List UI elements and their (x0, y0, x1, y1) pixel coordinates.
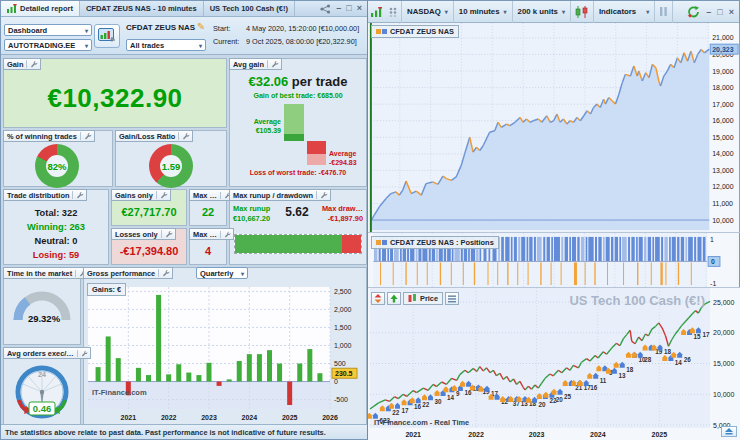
edit-strategy-icon[interactable]: ✎ (197, 21, 205, 32)
max-losses-header[interactable]: Max … (189, 228, 234, 240)
losses-only-panel: Losses only -€17,394.80 (111, 228, 187, 265)
gross-performance-chart[interactable]: 2021202220232024202520262,5002,0001,5001… (84, 282, 366, 424)
gain-panel-header[interactable]: Gain (3, 58, 41, 70)
trades-filter-select[interactable]: All trades▾ (126, 39, 206, 51)
symbol-select[interactable]: NASDAQ▾ (402, 1, 454, 23)
period-select-value: Quarterly (200, 269, 233, 278)
max-losses-value: 4 (190, 245, 226, 257)
svg-text:20,323: 20,323 (712, 46, 733, 54)
report-toolbar: Dashboard▾ AUTOTRADING.EE▾ CFDAT ZEUS NA… (1, 17, 367, 55)
svg-text:2,500: 2,500 (334, 288, 352, 295)
close-button[interactable]: × (729, 7, 734, 17)
minimize-button[interactable]: – (336, 4, 341, 13)
gains-only-panel: Gains only €27,717.70 (111, 189, 187, 226)
grid-icon (389, 7, 397, 17)
max-wins-value: 22 (190, 206, 226, 218)
account-select[interactable]: AUTOTRADING.EE▾ (4, 39, 92, 51)
wrench-icon[interactable] (156, 191, 168, 199)
expand-panel-button[interactable] (721, 426, 737, 437)
indicators-dropdown[interactable]: ▾ (641, 1, 655, 23)
indicators-button[interactable]: Indicators (594, 1, 641, 23)
svg-text:28: 28 (644, 356, 652, 363)
svg-text:2025: 2025 (282, 414, 298, 421)
close-button[interactable]: × (357, 4, 362, 13)
current-label: Current: (213, 35, 246, 48)
tab-strategy[interactable]: CFDAT ZEUS NAS - 10 minutes (80, 1, 204, 16)
layout-grid-button[interactable] (385, 1, 402, 23)
dist-row-total: Total: 322 (4, 206, 108, 220)
svg-text:2,000: 2,000 (334, 306, 352, 313)
tab-detailed-report[interactable]: Detailed report (1, 1, 80, 16)
losses-only-header[interactable]: Losses only (111, 228, 176, 240)
order-list-button[interactable] (445, 292, 459, 305)
maximize-button[interactable]: □ (346, 4, 351, 13)
share-icon[interactable] (320, 4, 331, 14)
avg-orders-dial: 24 0.46 (4, 362, 80, 424)
avg-orders-header[interactable]: Avg orders exec/… (3, 347, 91, 359)
svg-text:13: 13 (618, 372, 626, 379)
price-legend[interactable]: Price (403, 292, 443, 305)
avg-gain-value: €32.06 (248, 74, 288, 89)
svg-text:12,000: 12,000 (712, 183, 733, 190)
positions-legend[interactable]: CFDAT ZEUS NAS : Positions (371, 236, 499, 249)
gain-panel: Gain €10,322.90 (3, 58, 227, 128)
chart-type-button[interactable] (368, 1, 385, 23)
svg-text:-500: -500 (334, 396, 348, 403)
svg-text:20: 20 (556, 396, 564, 403)
orange-series-swatch (376, 240, 381, 245)
buy-order-button[interactable] (387, 292, 401, 305)
time-in-market-header[interactable]: Time in the market (3, 267, 89, 279)
sell-order-button[interactable] (371, 292, 385, 305)
runup-bar-red (342, 235, 361, 253)
equity-curve-chart[interactable]: 21,00020,00019,00018,00017,00016,00015,0… (368, 23, 740, 233)
account-select-value: AUTOTRADING.EE (8, 41, 75, 50)
time-in-market-panel: Time in the market 29.32% (3, 267, 81, 345)
timeframe-select[interactable]: 10 minutes▾ (454, 1, 513, 23)
chevron-down-icon: ▾ (238, 270, 244, 277)
wrench-icon[interactable] (267, 60, 279, 68)
it-finance-watermark: IT-Finance.com (92, 388, 147, 397)
wrench-icon[interactable] (72, 191, 84, 199)
tab-instrument[interactable]: US Tech 100 Cash (€!) (204, 1, 295, 16)
wrench-icon[interactable] (178, 132, 190, 140)
blue-series-swatch (382, 29, 387, 34)
price-chart-buttons: Price (371, 292, 459, 305)
wrench-icon[interactable] (161, 230, 173, 238)
wrench-icon[interactable] (26, 60, 38, 68)
svg-text:20,000: 20,000 (713, 329, 735, 336)
price-legend-label: Price (420, 294, 438, 303)
period-select[interactable]: Quarterly▾ (196, 267, 248, 279)
gross-performance-header[interactable]: Gross performance (83, 267, 173, 279)
svg-text:0: 0 (334, 378, 338, 385)
avg-orders-title: Avg orders exec/… (7, 349, 74, 358)
losses-only-title: Losses only (115, 230, 158, 239)
candlestick-style-button[interactable] (571, 1, 594, 23)
dashboard-select[interactable]: Dashboard▾ (4, 24, 92, 36)
maximize-button[interactable]: □ (717, 7, 722, 17)
svg-text:22: 22 (392, 409, 400, 416)
wrench-icon[interactable] (220, 231, 231, 238)
report-status-bar: The statistics above relate to past data… (1, 424, 367, 439)
max-wins-title: Max … (193, 191, 217, 200)
refresh-icon[interactable] (687, 6, 700, 18)
trade-distribution-header[interactable]: Trade distribution (3, 189, 87, 201)
report-settings-button[interactable] (94, 24, 120, 48)
avg-loss-bar (307, 141, 326, 154)
wrench-icon[interactable] (80, 132, 92, 140)
svg-text:1,500: 1,500 (334, 324, 352, 331)
pause-button[interactable] (655, 1, 673, 23)
winning-trades-header[interactable]: % of winning trades (3, 130, 95, 142)
wrench-icon[interactable] (158, 269, 170, 277)
avg-gain-header[interactable]: Avg gain (229, 58, 282, 70)
runup-block: Max runup€10,667.20 (233, 204, 283, 224)
wrench-icon[interactable] (77, 350, 88, 357)
minimize-button[interactable]: – (706, 7, 711, 17)
units-select[interactable]: 200 k units▾ (513, 1, 571, 23)
equity-legend[interactable]: CFDAT ZEUS NAS (371, 25, 459, 38)
wrench-icon[interactable] (316, 191, 328, 199)
gain-loss-ratio-header[interactable]: Gain/Loss Ratio (115, 130, 193, 142)
max-wins-header[interactable]: Max … (189, 189, 234, 201)
svg-text:2023: 2023 (529, 431, 545, 438)
gains-only-header[interactable]: Gains only (111, 189, 171, 201)
runup-header[interactable]: Max runup / drawdown (229, 189, 331, 201)
